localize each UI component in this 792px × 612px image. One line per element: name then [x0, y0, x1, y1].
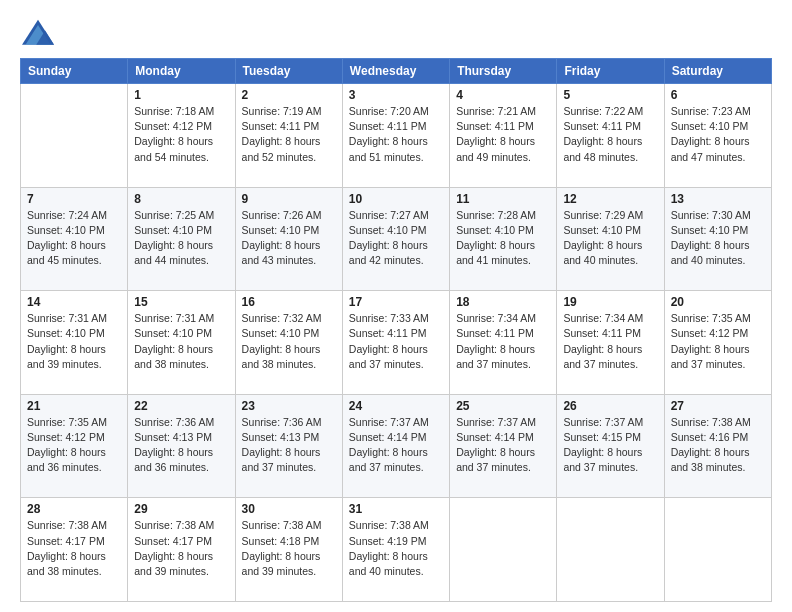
sunset: Sunset: 4:11 PM [563, 119, 657, 134]
weekday-header-thursday: Thursday [450, 59, 557, 84]
day-info: Sunrise: 7:23 AM Sunset: 4:10 PM Dayligh… [671, 104, 765, 165]
day-info: Sunrise: 7:32 AM Sunset: 4:10 PM Dayligh… [242, 311, 336, 372]
calendar-cell: 2 Sunrise: 7:19 AM Sunset: 4:11 PM Dayli… [235, 84, 342, 188]
calendar-week-4: 21 Sunrise: 7:35 AM Sunset: 4:12 PM Dayl… [21, 394, 772, 498]
calendar-cell: 7 Sunrise: 7:24 AM Sunset: 4:10 PM Dayli… [21, 187, 128, 291]
sunrise: Sunrise: 7:38 AM [671, 415, 765, 430]
daylight: Daylight: 8 hours and 40 minutes. [671, 238, 765, 268]
daylight: Daylight: 8 hours and 51 minutes. [349, 134, 443, 164]
calendar-cell: 11 Sunrise: 7:28 AM Sunset: 4:10 PM Dayl… [450, 187, 557, 291]
daylight: Daylight: 8 hours and 37 minutes. [349, 342, 443, 372]
daylight: Daylight: 8 hours and 40 minutes. [349, 549, 443, 579]
day-info: Sunrise: 7:33 AM Sunset: 4:11 PM Dayligh… [349, 311, 443, 372]
daylight: Daylight: 8 hours and 39 minutes. [27, 342, 121, 372]
day-info: Sunrise: 7:18 AM Sunset: 4:12 PM Dayligh… [134, 104, 228, 165]
daylight: Daylight: 8 hours and 37 minutes. [349, 445, 443, 475]
day-info: Sunrise: 7:36 AM Sunset: 4:13 PM Dayligh… [134, 415, 228, 476]
day-info: Sunrise: 7:24 AM Sunset: 4:10 PM Dayligh… [27, 208, 121, 269]
sunset: Sunset: 4:12 PM [134, 119, 228, 134]
day-info: Sunrise: 7:38 AM Sunset: 4:16 PM Dayligh… [671, 415, 765, 476]
day-number: 5 [563, 88, 657, 102]
calendar-cell: 25 Sunrise: 7:37 AM Sunset: 4:14 PM Dayl… [450, 394, 557, 498]
daylight: Daylight: 8 hours and 36 minutes. [134, 445, 228, 475]
daylight: Daylight: 8 hours and 54 minutes. [134, 134, 228, 164]
day-number: 4 [456, 88, 550, 102]
day-number: 18 [456, 295, 550, 309]
day-info: Sunrise: 7:22 AM Sunset: 4:11 PM Dayligh… [563, 104, 657, 165]
daylight: Daylight: 8 hours and 37 minutes. [671, 342, 765, 372]
daylight: Daylight: 8 hours and 49 minutes. [456, 134, 550, 164]
day-number: 17 [349, 295, 443, 309]
day-number: 13 [671, 192, 765, 206]
sunset: Sunset: 4:16 PM [671, 430, 765, 445]
sunrise: Sunrise: 7:34 AM [456, 311, 550, 326]
calendar-cell: 3 Sunrise: 7:20 AM Sunset: 4:11 PM Dayli… [342, 84, 449, 188]
day-number: 12 [563, 192, 657, 206]
sunset: Sunset: 4:17 PM [134, 534, 228, 549]
sunrise: Sunrise: 7:21 AM [456, 104, 550, 119]
day-number: 8 [134, 192, 228, 206]
day-number: 28 [27, 502, 121, 516]
sunrise: Sunrise: 7:22 AM [563, 104, 657, 119]
weekday-header-saturday: Saturday [664, 59, 771, 84]
day-number: 1 [134, 88, 228, 102]
sunrise: Sunrise: 7:37 AM [563, 415, 657, 430]
calendar-cell: 4 Sunrise: 7:21 AM Sunset: 4:11 PM Dayli… [450, 84, 557, 188]
calendar-week-5: 28 Sunrise: 7:38 AM Sunset: 4:17 PM Dayl… [21, 498, 772, 602]
sunset: Sunset: 4:14 PM [349, 430, 443, 445]
sunset: Sunset: 4:11 PM [456, 119, 550, 134]
sunset: Sunset: 4:14 PM [456, 430, 550, 445]
sunrise: Sunrise: 7:34 AM [563, 311, 657, 326]
calendar-week-3: 14 Sunrise: 7:31 AM Sunset: 4:10 PM Dayl… [21, 291, 772, 395]
daylight: Daylight: 8 hours and 45 minutes. [27, 238, 121, 268]
day-number: 27 [671, 399, 765, 413]
day-info: Sunrise: 7:35 AM Sunset: 4:12 PM Dayligh… [671, 311, 765, 372]
sunset: Sunset: 4:10 PM [27, 223, 121, 238]
calendar-week-1: 1 Sunrise: 7:18 AM Sunset: 4:12 PM Dayli… [21, 84, 772, 188]
day-number: 3 [349, 88, 443, 102]
day-number: 15 [134, 295, 228, 309]
day-info: Sunrise: 7:20 AM Sunset: 4:11 PM Dayligh… [349, 104, 443, 165]
sunset: Sunset: 4:12 PM [671, 326, 765, 341]
day-number: 25 [456, 399, 550, 413]
sunrise: Sunrise: 7:28 AM [456, 208, 550, 223]
daylight: Daylight: 8 hours and 37 minutes. [563, 445, 657, 475]
sunset: Sunset: 4:11 PM [349, 119, 443, 134]
sunrise: Sunrise: 7:36 AM [134, 415, 228, 430]
sunrise: Sunrise: 7:38 AM [27, 518, 121, 533]
calendar-cell: 1 Sunrise: 7:18 AM Sunset: 4:12 PM Dayli… [128, 84, 235, 188]
daylight: Daylight: 8 hours and 38 minutes. [242, 342, 336, 372]
sunset: Sunset: 4:10 PM [671, 223, 765, 238]
calendar-cell [664, 498, 771, 602]
daylight: Daylight: 8 hours and 37 minutes. [242, 445, 336, 475]
sunset: Sunset: 4:13 PM [134, 430, 228, 445]
day-info: Sunrise: 7:31 AM Sunset: 4:10 PM Dayligh… [134, 311, 228, 372]
calendar-cell: 14 Sunrise: 7:31 AM Sunset: 4:10 PM Dayl… [21, 291, 128, 395]
day-info: Sunrise: 7:36 AM Sunset: 4:13 PM Dayligh… [242, 415, 336, 476]
calendar-cell: 8 Sunrise: 7:25 AM Sunset: 4:10 PM Dayli… [128, 187, 235, 291]
day-info: Sunrise: 7:28 AM Sunset: 4:10 PM Dayligh… [456, 208, 550, 269]
sunrise: Sunrise: 7:24 AM [27, 208, 121, 223]
calendar-cell: 28 Sunrise: 7:38 AM Sunset: 4:17 PM Dayl… [21, 498, 128, 602]
calendar-cell: 22 Sunrise: 7:36 AM Sunset: 4:13 PM Dayl… [128, 394, 235, 498]
day-number: 30 [242, 502, 336, 516]
day-info: Sunrise: 7:25 AM Sunset: 4:10 PM Dayligh… [134, 208, 228, 269]
day-number: 11 [456, 192, 550, 206]
sunset: Sunset: 4:10 PM [456, 223, 550, 238]
day-info: Sunrise: 7:38 AM Sunset: 4:17 PM Dayligh… [134, 518, 228, 579]
day-number: 6 [671, 88, 765, 102]
calendar-cell: 13 Sunrise: 7:30 AM Sunset: 4:10 PM Dayl… [664, 187, 771, 291]
sunset: Sunset: 4:11 PM [242, 119, 336, 134]
day-number: 21 [27, 399, 121, 413]
daylight: Daylight: 8 hours and 48 minutes. [563, 134, 657, 164]
sunrise: Sunrise: 7:31 AM [27, 311, 121, 326]
sunrise: Sunrise: 7:33 AM [349, 311, 443, 326]
sunrise: Sunrise: 7:37 AM [456, 415, 550, 430]
day-number: 20 [671, 295, 765, 309]
daylight: Daylight: 8 hours and 40 minutes. [563, 238, 657, 268]
sunset: Sunset: 4:11 PM [456, 326, 550, 341]
calendar-cell: 20 Sunrise: 7:35 AM Sunset: 4:12 PM Dayl… [664, 291, 771, 395]
sunrise: Sunrise: 7:19 AM [242, 104, 336, 119]
calendar-table: SundayMondayTuesdayWednesdayThursdayFrid… [20, 58, 772, 602]
sunset: Sunset: 4:11 PM [349, 326, 443, 341]
